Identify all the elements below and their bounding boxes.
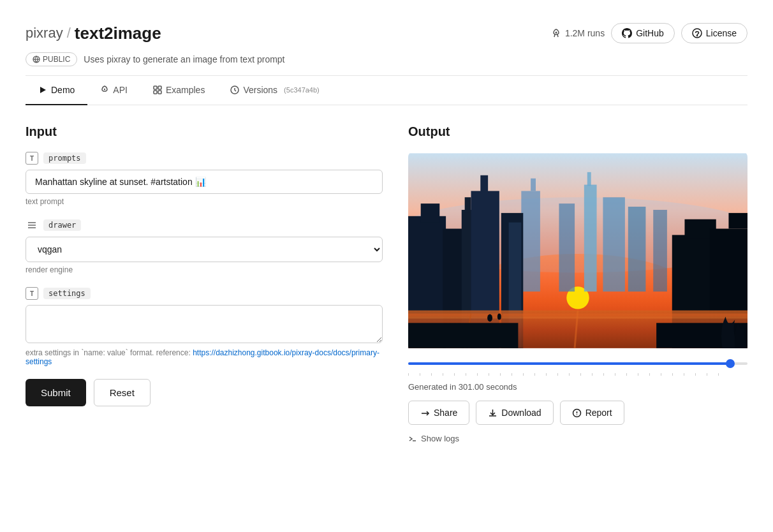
drawer-hint: render engine [26,265,383,274]
version-tag: (5c347a4b) [284,86,320,94]
tick [420,373,420,376]
download-icon [488,408,497,418]
visibility-badge: PUBLIC [26,52,77,66]
clock-icon [230,85,239,94]
drawer-select[interactable]: vqgan pixel clip_draw fft [26,237,383,262]
svg-rect-20 [559,203,575,292]
share-button[interactable]: Share [408,401,469,425]
tick [557,373,558,376]
output-actions: Share Download Report [408,401,747,425]
tick [534,373,535,376]
drawer-type-icon [26,219,38,232]
tick [615,373,615,376]
tick [661,373,661,376]
terminal-icon [408,434,417,443]
github-button[interactable]: GitHub [611,23,675,43]
license-icon [692,28,702,38]
header: pixray / text2image 1.2M runs GitHub [26,13,747,50]
svg-rect-18 [521,191,540,292]
main-content: Input T prompts text prompt [26,105,747,462]
prompts-input[interactable] [26,170,383,194]
svg-rect-32 [480,175,488,193]
settings-label-row: T settings [26,287,383,300]
tick [649,373,650,376]
tick [500,373,501,376]
tab-versions[interactable]: Versions (5c347a4b) [217,76,332,105]
settings-textarea[interactable] [26,305,383,343]
svg-rect-27 [421,203,440,223]
download-button[interactable]: Download [476,401,553,425]
prompts-type-icon: T [26,152,38,165]
tick [707,373,707,376]
scrubber-container [408,359,747,376]
rocket-icon [551,28,561,38]
scrubber-fill [408,362,730,365]
svg-point-47 [487,314,492,322]
drawer-label: drawer [43,219,81,231]
settings-field-group: T settings extra settings in `name: valu… [26,287,383,366]
tick [718,373,719,376]
header-actions: 1.2M runs GitHub License [551,23,747,43]
svg-rect-45 [408,323,518,348]
svg-rect-8 [154,91,157,94]
tick [546,373,547,376]
svg-rect-38 [728,213,747,229]
output-panel: Output [408,124,747,443]
share-icon [420,408,430,418]
settings-hint: extra settings in `name: value` format. … [26,348,383,366]
svg-marker-4 [40,87,46,93]
reset-button[interactable]: Reset [94,379,151,406]
svg-rect-7 [158,86,161,89]
tick [684,373,684,376]
show-logs-label: Show logs [421,434,459,443]
drawer-field-group: drawer vqgan pixel clip_draw fft render … [26,219,383,274]
output-title: Output [408,124,747,139]
prompts-hint: text prompt [26,197,383,206]
org-name: pixray [26,25,63,41]
prompts-label: prompts [43,152,86,164]
tick [477,373,478,376]
description-row: PUBLIC Uses pixray to generate an image … [26,50,747,75]
output-image [408,152,747,350]
report-button[interactable]: Report [560,401,624,425]
license-button[interactable]: License [681,23,747,43]
tick [454,373,455,376]
submit-button[interactable]: Submit [26,379,86,406]
svg-rect-21 [584,185,597,292]
globe-icon [33,55,40,63]
tick [672,373,673,376]
svg-rect-25 [653,210,667,292]
show-logs-button[interactable]: Show logs [408,434,747,443]
prompts-field-group: T prompts text prompt [26,152,383,206]
svg-rect-9 [158,91,161,94]
tab-examples[interactable]: Examples [140,76,217,105]
prompts-label-row: T prompts [26,152,383,165]
breadcrumb-separator: / [67,25,71,41]
input-title: Input [26,124,383,139]
tick [569,373,570,376]
tab-bar: Demo API Examples Versions (5c34 [26,76,747,105]
breadcrumb: pixray / text2image [26,24,161,43]
tab-api[interactable]: API [87,76,140,105]
tick [512,373,512,376]
repo-name: text2image [75,24,161,43]
svg-point-0 [555,32,557,34]
play-icon [38,85,47,94]
tick [695,373,696,376]
svg-rect-30 [465,197,471,213]
rocket-small-icon [100,85,109,94]
svg-point-2 [696,36,697,36]
tick [638,373,638,376]
license-label: License [706,28,737,38]
tick [443,373,443,376]
input-panel: Input T prompts text prompt [26,124,383,443]
github-icon [622,28,632,38]
scrubber-thumb[interactable] [726,359,735,368]
action-buttons: Submit Reset [26,379,383,406]
output-image-container [408,152,747,351]
description-text: Uses pixray to generate an image from te… [84,54,284,64]
svg-rect-23 [603,197,624,292]
grid-icon [153,85,162,94]
tick [431,373,432,376]
tab-demo[interactable]: Demo [26,76,87,105]
